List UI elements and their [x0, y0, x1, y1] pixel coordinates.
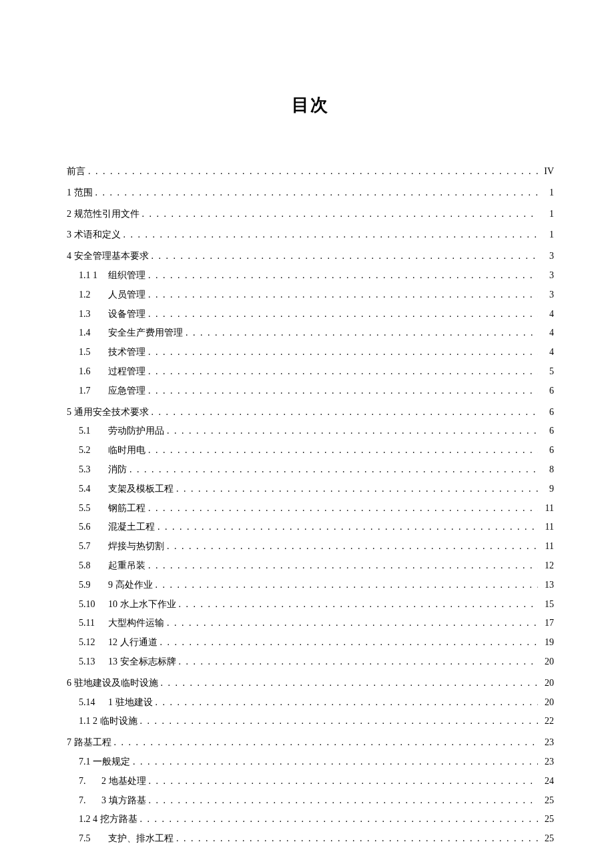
toc-entry-page: 20 — [541, 675, 554, 691]
toc-entry: 7.5支护、排水工程25 — [67, 831, 554, 847]
toc-leader-dots — [167, 615, 538, 631]
toc-entry: 5.1劳动防护用品6 — [67, 423, 554, 439]
toc-entry-label: 2 地基处理 — [101, 773, 146, 789]
toc-entry: 1.2人员管理3 — [67, 287, 554, 303]
toc-entry-page: 3 — [541, 287, 554, 303]
toc-entry-page: 11 — [541, 519, 554, 535]
document-page: 目次 前言IV1 范围12 规范性引用文件13 术语和定义14 安全管理基本要求… — [0, 0, 614, 868]
toc-entry-page: 25 — [541, 831, 554, 847]
toc-entry-label: 组织管理 — [108, 268, 145, 284]
toc-leader-dots — [149, 773, 539, 789]
toc-entry-number: 1.3 — [79, 306, 108, 322]
toc-entry-page: 1 — [541, 185, 554, 201]
toc-leader-dots — [156, 695, 539, 711]
toc-entry-page: 25 — [541, 793, 554, 809]
toc-leader-dots — [148, 500, 538, 516]
toc-entry-label: 支架及模板工程 — [108, 481, 174, 497]
toc-entry-number: 5.13 — [79, 654, 108, 670]
toc-entry-label: 钢筋工程 — [108, 500, 145, 516]
toc-entry-number: 5.10 — [79, 596, 108, 612]
toc-entry-label: 焊接与热切割 — [108, 538, 164, 554]
toc-leader-dots — [149, 793, 539, 809]
toc-entry: 6 驻地建设及临时设施20 — [67, 675, 554, 691]
toc-entry: 5.7焊接与热切割11 — [67, 538, 554, 554]
toc-entry-label: 1 驻地建设 — [108, 695, 153, 711]
toc-entry-number: 5.3 — [79, 462, 108, 478]
toc-entry-page: 4 — [541, 344, 554, 360]
toc-entry-label: 6 驻地建设及临时设施 — [67, 675, 158, 691]
toc-entry-number: 5.11 — [79, 615, 108, 631]
toc-entry: 1.5技术管理4 — [67, 344, 554, 360]
toc-entry: 3 术语和定义1 — [67, 227, 554, 243]
toc-entry: 1.2 4 挖方路基25 — [67, 811, 554, 827]
toc-leader-dots — [148, 306, 538, 322]
toc-entry-number: 1.6 — [79, 364, 108, 380]
toc-entry-number: 5.7 — [79, 538, 108, 554]
toc-leader-dots — [95, 185, 539, 201]
toc-leader-dots — [148, 442, 538, 458]
toc-entry-label: 4 安全管理基本要求 — [67, 248, 149, 264]
toc-leader-dots — [123, 227, 539, 243]
toc-entry-label: 3 填方路基 — [101, 793, 146, 809]
toc-entry-page: 20 — [541, 695, 554, 711]
toc-entry-label: 7.1 一般规定 — [79, 754, 130, 770]
toc-leader-dots — [179, 654, 539, 670]
toc-leader-dots — [129, 462, 538, 478]
toc-entry: 5.1212 人行通道19 — [67, 634, 554, 650]
toc-entry-label: 临时用电 — [108, 442, 145, 458]
toc-entry-label: 9 高处作业 — [108, 577, 153, 593]
toc-entry-page: 23 — [541, 754, 554, 770]
toc-leader-dots — [148, 344, 538, 360]
toc-entry-label: 前言 — [67, 163, 85, 179]
toc-entry-label: 1.2 4 挖方路基 — [79, 811, 137, 827]
toc-leader-dots — [148, 287, 538, 303]
toc-leader-dots — [142, 206, 539, 222]
toc-entry-label: 安全生产费用管理 — [108, 325, 183, 341]
toc-entry: 前言IV — [67, 163, 554, 179]
toc-entry-page: 13 — [541, 577, 554, 593]
toc-entry-page: 24 — [541, 773, 554, 789]
toc-entry-page: 3 — [541, 248, 554, 264]
toc-entry: 1.1 1组织管理3 — [67, 268, 554, 284]
toc-entry-page: 15 — [541, 596, 554, 612]
toc-entry: 5.6混凝土工程11 — [67, 519, 554, 535]
toc-entry: 1.3设备管理4 — [67, 306, 554, 322]
toc-entry: 7.2 地基处理24 — [67, 773, 554, 789]
toc-entry: 1.6过程管理5 — [67, 364, 554, 380]
toc-entry: 5.1010 水上水下作业15 — [67, 596, 554, 612]
toc-leader-dots — [158, 519, 538, 535]
toc-leader-dots — [148, 268, 538, 284]
toc-entry-label: 2 规范性引用文件 — [67, 206, 139, 222]
toc-leader-dots — [140, 713, 539, 729]
toc-leader-dots — [167, 423, 538, 439]
toc-entry-number: 5.4 — [79, 481, 108, 497]
toc-entry-number: 5.6 — [79, 519, 108, 535]
toc-entry-page: 1 — [541, 206, 554, 222]
toc-entry-label: 人员管理 — [108, 287, 145, 303]
toc-entry: 5.141 驻地建设20 — [67, 695, 554, 711]
toc-leader-dots — [114, 735, 539, 751]
toc-entry-number: 5.9 — [79, 577, 108, 593]
toc-entry-label: 过程管理 — [108, 364, 145, 380]
toc-leader-dots — [140, 811, 539, 827]
toc-entry: 1.7应急管理6 — [67, 383, 554, 399]
toc-entry-number: 1.2 — [79, 287, 108, 303]
toc-entry-page: 11 — [541, 500, 554, 516]
toc-leader-dots — [167, 538, 538, 554]
toc-entry-page: 5 — [541, 364, 554, 380]
toc-entry-page: 4 — [541, 306, 554, 322]
toc-entry-page: IV — [541, 163, 554, 179]
toc-entry: 4 安全管理基本要求3 — [67, 248, 554, 264]
toc-entry-page: 9 — [541, 481, 554, 497]
toc-entry: 1 范围1 — [67, 185, 554, 201]
toc-entry-number: 1.4 — [79, 325, 108, 341]
toc-entry-number: 5.14 — [79, 695, 108, 711]
toc-entry: 7.3 填方路基25 — [67, 793, 554, 809]
toc-leader-dots — [176, 481, 538, 497]
toc-entry-page: 19 — [541, 634, 554, 650]
toc-entry: 5.5钢筋工程11 — [67, 500, 554, 516]
toc-leader-dots — [179, 596, 539, 612]
toc-entry-page: 6 — [541, 404, 554, 420]
table-of-contents: 前言IV1 范围12 规范性引用文件13 术语和定义14 安全管理基本要求31.… — [67, 163, 554, 847]
toc-entry-page: 23 — [541, 735, 554, 751]
